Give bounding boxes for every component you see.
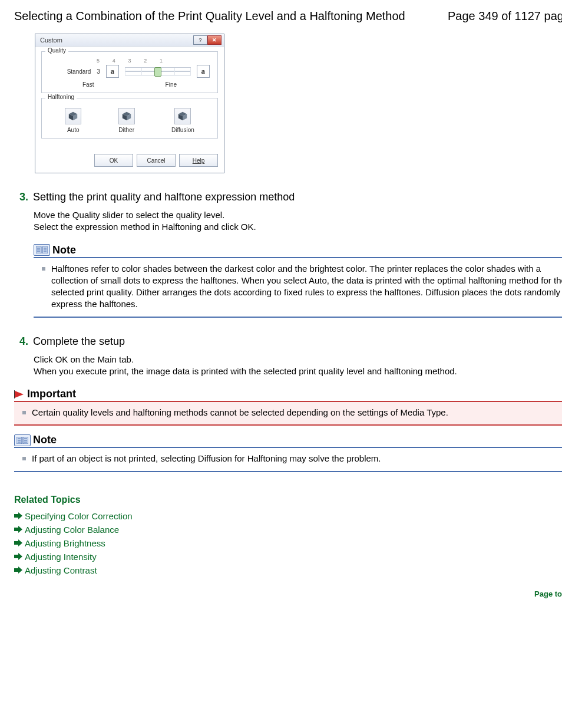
fast-label: Fast [82, 81, 94, 88]
related-link[interactable]: Adjusting Intensity [14, 552, 562, 562]
important-body: Certain quality levels and halftoning me… [14, 402, 562, 426]
step-number: 3. [14, 191, 28, 203]
important-heading: Important [14, 388, 562, 402]
page-indicator: Page 349 of 1127 pages [448, 9, 562, 23]
svg-rect-18 [14, 390, 15, 398]
halftoning-option-dither[interactable]: Dither [118, 108, 135, 133]
standard-label: Standard [49, 68, 91, 75]
svg-marker-30 [14, 553, 22, 560]
arrow-right-icon [14, 512, 22, 519]
cube-icon [174, 108, 191, 124]
svg-marker-17 [15, 391, 24, 398]
fine-label: Fine [166, 81, 177, 88]
note-heading: Note [34, 244, 562, 258]
cube-icon [65, 108, 81, 124]
arrow-right-icon [14, 539, 22, 546]
svg-marker-31 [14, 566, 22, 574]
page-top-link[interactable]: Page top [14, 589, 562, 598]
quality-icon-fine: a [197, 65, 210, 78]
help-icon[interactable]: ? [193, 35, 207, 45]
arrow-right-icon [14, 553, 22, 560]
related-heading: Related Topics [14, 495, 562, 505]
quality-slider[interactable] [125, 67, 191, 75]
dialog-title: Custom [40, 37, 62, 44]
note-body: If part of an object is not printed, sel… [14, 448, 562, 472]
step-3: 3. Setting the print quality and halfton… [14, 191, 562, 203]
related-link[interactable]: Adjusting Color Balance [14, 525, 562, 535]
quality-icon-fast: a [106, 65, 119, 78]
step-title: Setting the print quality and halftone e… [33, 191, 295, 203]
related-link[interactable]: Adjusting Brightness [14, 538, 562, 548]
note-icon [14, 434, 31, 446]
cube-icon [118, 108, 135, 124]
flag-icon [14, 390, 25, 398]
related-topics: Related Topics Specifying Color Correcti… [14, 495, 562, 575]
help-button[interactable]: Help [179, 154, 218, 167]
arrow-right-icon [14, 566, 22, 574]
slider-ticks: 54321 [97, 58, 163, 64]
note-body: Halftones refer to color shades between … [34, 258, 562, 318]
note-icon [34, 244, 50, 256]
svg-marker-28 [14, 526, 22, 533]
quality-group-label: Quality [45, 47, 68, 54]
related-link[interactable]: Specifying Color Correction [14, 511, 562, 521]
slider-thumb[interactable] [154, 67, 161, 77]
step-4: 4. Complete the setup [14, 335, 562, 348]
halftoning-option-diffusion[interactable]: Diffusion [171, 108, 194, 133]
step-3-body: Move the Quality slider to select the qu… [34, 209, 562, 233]
page-title: Selecting a Combination of the Print Qua… [14, 9, 448, 23]
custom-dialog: Custom ? ✕ Quality 54321 Standard 3 a [35, 34, 224, 173]
step-4-body: Click OK on the Main tab. When you execu… [34, 354, 562, 378]
cancel-button[interactable]: Cancel [137, 154, 176, 167]
halftoning-group: Halftoning Auto Dither Diffusion [41, 98, 218, 139]
arrow-right-icon [14, 526, 22, 533]
close-icon[interactable]: ✕ [207, 35, 222, 45]
svg-marker-29 [14, 539, 22, 546]
step-number: 4. [14, 335, 28, 348]
ok-button[interactable]: OK [94, 154, 133, 167]
quality-group: Quality 54321 Standard 3 a [41, 51, 218, 93]
step-title: Complete the setup [33, 335, 125, 348]
standard-value: 3 [97, 68, 100, 75]
halftoning-option-auto[interactable]: Auto [65, 108, 81, 133]
halftoning-group-label: Halftoning [45, 94, 77, 100]
note-heading: Note [14, 434, 562, 448]
related-link[interactable]: Adjusting Contrast [14, 565, 562, 575]
svg-marker-27 [14, 512, 22, 519]
